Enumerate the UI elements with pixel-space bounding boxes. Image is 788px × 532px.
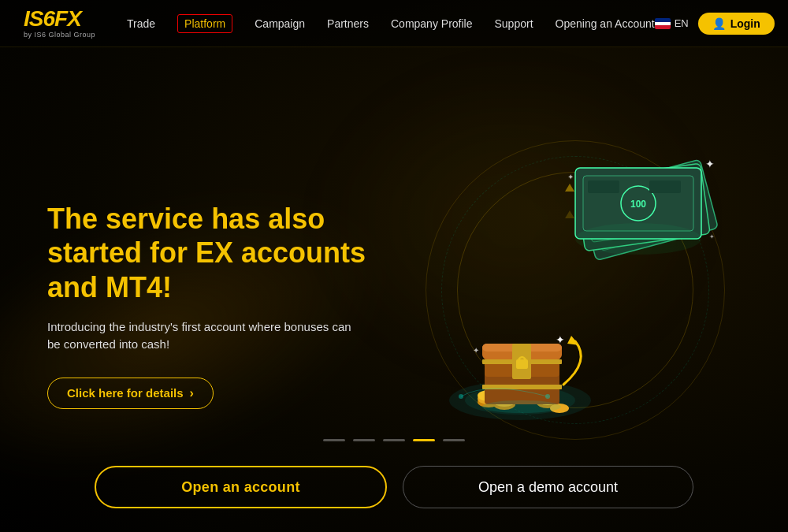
svg-text:✦: ✦ — [567, 173, 574, 181]
open-demo-label: Open a demo account — [478, 479, 618, 495]
dot-3[interactable] — [383, 439, 405, 441]
svg-point-44 — [459, 394, 463, 399]
logo-text: IS6FX — [24, 8, 95, 30]
logo[interactable]: IS6FX by IS6 Global Group — [24, 8, 95, 39]
nav-opening-account[interactable]: Opening an Account — [556, 17, 655, 30]
nav-campaign[interactable]: Campaign — [255, 17, 305, 30]
cta-bar: Open an account Open a demo account — [95, 466, 693, 508]
dot-4[interactable] — [413, 439, 435, 441]
open-demo-button[interactable]: Open a demo account — [403, 466, 693, 508]
login-label: Login — [730, 17, 760, 30]
hero-title: The service has also started for EX acco… — [47, 202, 410, 304]
svg-rect-16 — [588, 180, 619, 193]
navbar: IS6FX by IS6 Global Group Trade Platform… — [0, 0, 788, 47]
open-account-label: Open an account — [181, 479, 300, 495]
open-account-button[interactable]: Open an account — [95, 466, 387, 508]
svg-text:✦: ✦ — [705, 158, 715, 170]
treasure-chest-illustration: ✦ ✦ — [426, 274, 615, 432]
slide-indicators — [323, 439, 465, 441]
hero-content: The service has also started for EX acco… — [47, 170, 410, 409]
svg-point-45 — [545, 394, 550, 399]
login-icon: 👤 — [712, 17, 726, 30]
svg-text:100: 100 — [630, 199, 646, 210]
nav-right: EN 👤 Login — [655, 13, 775, 35]
svg-point-40 — [482, 400, 561, 413]
chevron-right-icon: › — [190, 386, 194, 400]
nav-partners[interactable]: Partners — [327, 17, 369, 30]
nav-links: Trade Platform Campaign Partners Company… — [127, 14, 655, 33]
flag-icon — [655, 18, 671, 29]
svg-text:✦: ✦ — [709, 233, 715, 240]
lang-label: EN — [675, 17, 689, 29]
details-button[interactable]: Click here for details › — [47, 378, 214, 409]
svg-text:✦: ✦ — [556, 333, 565, 346]
nav-company-profile[interactable]: Company Profile — [391, 17, 473, 30]
details-label: Click here for details — [67, 386, 184, 400]
nav-trade[interactable]: Trade — [127, 17, 155, 30]
illustration-wrapper: 100 100 100 — [410, 125, 741, 456]
dot-1[interactable] — [323, 439, 345, 441]
svg-rect-39 — [516, 359, 528, 369]
svg-text:✦: ✦ — [473, 346, 479, 355]
svg-rect-17 — [649, 180, 681, 193]
money-bills-illustration: 100 100 100 — [552, 136, 733, 270]
dot-2[interactable] — [353, 439, 375, 441]
login-button[interactable]: 👤 Login — [698, 13, 775, 35]
hero-illustration: 100 100 100 — [410, 125, 741, 456]
logo-sub: by IS6 Global Group — [24, 31, 95, 39]
svg-marker-41 — [567, 336, 579, 345]
nav-platform[interactable]: Platform — [177, 14, 232, 33]
nav-support[interactable]: Support — [494, 17, 533, 30]
hero-subtitle: Introducing the industry's first account… — [47, 318, 362, 354]
language-button[interactable]: EN — [655, 17, 689, 29]
dot-5[interactable] — [443, 439, 465, 441]
svg-point-21 — [575, 223, 701, 255]
hero-section: The service has also started for EX acco… — [0, 47, 788, 532]
